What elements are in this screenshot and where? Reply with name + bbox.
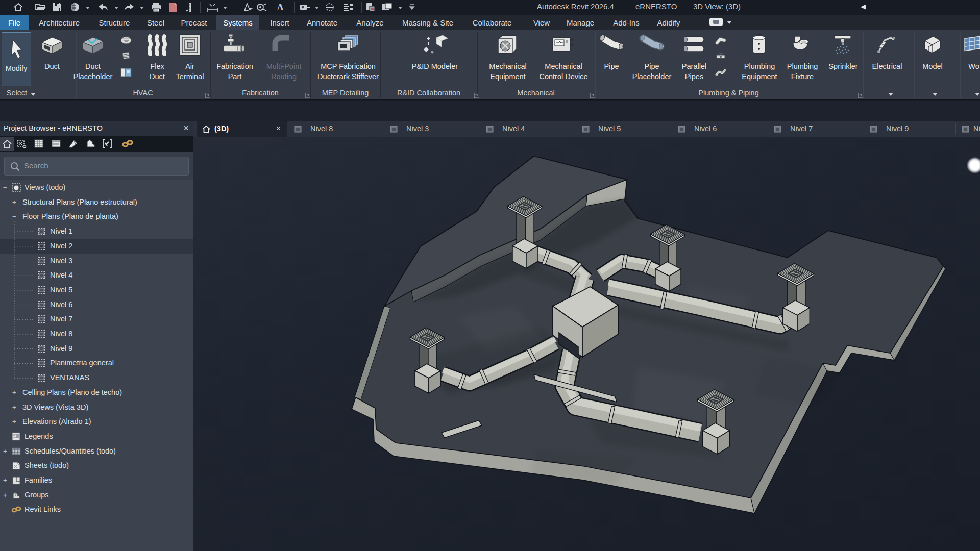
ribbon-tab-collaborate[interactable]: Collaborate [467,15,518,30]
ribbon-button-modify[interactable]: Modify [2,30,31,89]
ribbon-stack-stack_hvac[interactable] [119,32,133,83]
collapse-arrow-icon[interactable]: ◀ [861,3,866,10]
ribbon-tab-structure[interactable]: Structure [93,15,136,30]
tree-expander-icon[interactable]: + [3,478,7,483]
tree-item-celling-plans-plano-de-techo-[interactable]: +Celling Plans (Plano de techo) [0,386,193,400]
ribbon-button-model[interactable]: Model [916,30,949,89]
ribbon-tab-add-ins[interactable]: Add-Ins [608,15,644,30]
qat-list-icon[interactable] [341,1,355,14]
tree-expander-icon[interactable]: + [12,390,16,395]
project-browser-titlebar[interactable]: Project Browser - eRNERSTO× [0,121,193,136]
view-tab-nivel-7[interactable]: Nivel 7 [769,121,863,137]
tree-item-revit-links[interactable]: Revit Links [0,503,193,517]
ribbon-button-plumbing[interactable]: PlumbingFixture [782,30,822,89]
ribbon-button-wo[interactable]: Wo [964,30,980,89]
ribbon-button-sprinkler[interactable]: Sprinkler [824,30,863,89]
tree-item-nivel-1[interactable]: Nivel 1 [0,224,193,239]
ribbon-stack-stack_pipe[interactable] [714,32,727,83]
browser-tool-group-icon[interactable] [84,137,98,151]
qat-caret-icon[interactable] [310,1,324,14]
ribbon-button-mcp-fabrication[interactable]: MCP FabricationDucterark Stiffever [314,30,382,89]
qat-caret-icon[interactable] [110,1,123,14]
view-tab-close-icon[interactable]: × [276,124,281,133]
browser-tool-home-icon[interactable] [0,137,14,151]
panel-label-randid-collaboration[interactable]: R&ID Collaboration [380,89,477,100]
tree-item-nivel-7[interactable]: Nivel 7 [0,312,193,327]
qat-print-icon[interactable] [150,1,163,14]
ribbon-button-multi-point[interactable]: Multi-PointRouting [261,30,306,89]
qat-home-icon[interactable] [12,1,25,14]
qat-undo-icon[interactable] [96,1,110,14]
panel-caret-icon[interactable] [933,93,938,96]
tree-item-elevations-alrado-1-[interactable]: +Elevations (Alrado 1) [0,415,193,430]
view-tab-nivel-9[interactable]: Nivel 9 [865,121,959,137]
browser-tool-sheet-icon[interactable] [49,137,63,151]
tree-expander-icon[interactable]: + [3,493,7,498]
panel-launcher-icon[interactable] [858,91,864,97]
tree-item-sheets-todo-[interactable]: Sheets (todo) [0,459,193,473]
tree-item-views-todo-[interactable]: −Views (todo) [0,181,193,195]
ribbon-state-caret-icon[interactable] [727,21,732,24]
ribbon-tab-view[interactable]: View [529,15,554,30]
ribbon-button-air[interactable]: AirTerminal [171,30,209,89]
qat-dim-icon[interactable] [206,1,219,14]
panel-label-fabrication[interactable]: Fabrication [210,89,310,100]
qat-reddoc-icon[interactable] [166,1,180,14]
browser-tool-fam-icon[interactable] [66,137,80,151]
ribbon-button-plumbing[interactable]: PlumbingEquipment [739,30,780,89]
ribbon-tab-steel[interactable]: Steel [142,15,169,30]
tree-expander-icon[interactable]: − [3,185,7,190]
ribbon-tab-analyze[interactable]: Analyze [351,15,389,30]
ribbon-button-pipe[interactable]: Pipe [597,30,626,89]
qat-pointer3d-icon[interactable] [242,1,255,14]
panel-label-hvac[interactable]: HVAC [76,89,210,100]
tree-item-ventanas[interactable]: VENTANAS [0,371,193,386]
ribbon-button-flex[interactable]: FlexDuct [144,30,170,89]
ribbon-button-parallel[interactable]: ParallelPipes [678,30,710,89]
ribbon-tab-architecture[interactable]: Architecture [33,15,86,30]
browser-tool-views-icon[interactable] [14,137,29,151]
record-button[interactable] [709,18,723,26]
tree-item-structural-plans-plano-estructural-[interactable]: +Structural Plans (Plano estructural) [0,195,193,210]
panel-caret-icon[interactable] [888,93,893,96]
qat-dblcaret-icon[interactable] [405,1,419,14]
tree-item-nivel-3[interactable]: Nivel 3 [0,254,193,269]
tree-expander-icon[interactable]: + [12,405,16,410]
viewport[interactable]: (3D) × Nivel 8 Nivel 3 Nivel 4 Nivel 5 N… [193,121,980,551]
tree-item-nivel-4[interactable]: Nivel 4 [0,268,193,283]
ribbon-tab-adidify[interactable]: Adidify [651,15,686,30]
ribbon-tab-precast[interactable]: Precast [176,15,212,30]
ribbon-button-pandid-modeler[interactable]: P&ID Modeler [407,30,463,89]
ribbon-button-mechanical[interactable]: MechanicalEquipment [483,30,532,89]
project-browser-close-icon[interactable]: × [183,123,189,134]
tree-item-nivel-8[interactable]: Nivel 8 [0,327,193,342]
qat-paste-icon[interactable] [364,1,377,14]
panel-label-plumbing-and-piping[interactable]: Plumbing & Piping [595,89,863,100]
navigation-glow-orb[interactable] [967,157,980,173]
qat-tag-icon[interactable] [298,1,311,14]
tree-item-3d-views-vista-3d-[interactable]: +3D Views (Vista 3D) [0,400,193,415]
tree-item-nivel-5[interactable]: Nivel 5 [0,283,193,298]
qat-caret-icon[interactable] [81,1,94,14]
select-caret-icon[interactable] [31,93,36,96]
tree-item-nivel-2[interactable]: Nivel 2 [0,239,193,254]
tree-item-families[interactable]: +Families [0,473,193,488]
browser-tool-chain-icon[interactable] [121,137,135,151]
view-tab-nivel-6[interactable]: Nivel 6 [673,121,767,137]
ribbon-button-electrical[interactable]: Electrical [867,30,907,89]
qat-sync-icon[interactable] [68,1,82,14]
view-tab-partial[interactable]: Niv [957,121,980,137]
qat-wheel-icon[interactable] [255,1,268,14]
select-panel-label[interactable]: Select [4,89,30,100]
tree-item-legends[interactable]: Legends [0,430,193,444]
tree-expander-icon[interactable]: + [3,449,7,454]
ribbon-tab-manage[interactable]: Manage [561,15,599,30]
ribbon-button-duct[interactable]: Duct [34,30,70,89]
panel-caret-icon[interactable] [975,93,980,96]
ribbon-button-mechanical[interactable]: MechanicalControl Device [536,30,591,89]
tree-expander-icon[interactable]: − [12,214,16,219]
tree-item-groups[interactable]: +Groups [0,488,193,503]
ribbon-tab-massing-and-site[interactable]: Massing & Site [396,15,459,30]
browser-tool-sched-icon[interactable] [32,137,46,151]
tree-item-nivel-6[interactable]: Nivel 6 [0,298,193,313]
